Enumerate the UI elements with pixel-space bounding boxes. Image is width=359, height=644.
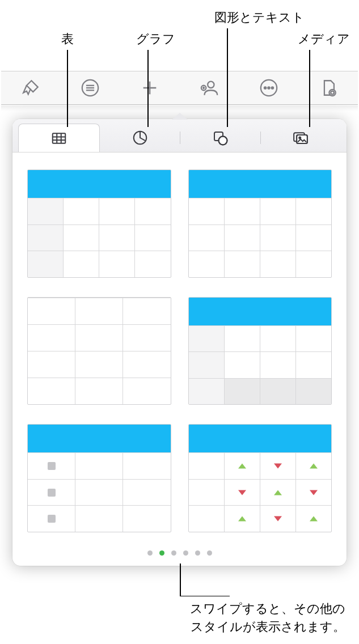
callout-table: 表 <box>61 31 74 48</box>
svg-rect-16 <box>53 133 66 143</box>
callout-media: メディア <box>298 31 350 48</box>
segment-table[interactable] <box>18 124 100 152</box>
layers-icon[interactable] <box>81 78 100 98</box>
table-style-5[interactable] <box>27 424 171 532</box>
insert-segmented-control <box>12 119 347 152</box>
more-icon[interactable] <box>259 78 278 98</box>
page-dot[interactable] <box>171 550 176 556</box>
page-dots[interactable] <box>12 543 347 566</box>
table-style-3[interactable] <box>27 297 171 405</box>
page-dot[interactable] <box>195 550 200 556</box>
svg-point-12 <box>268 87 269 88</box>
callout-chart: グラフ <box>136 31 175 48</box>
segment-media[interactable] <box>260 124 341 152</box>
page-dot[interactable] <box>207 550 212 556</box>
format-brush-icon[interactable] <box>21 78 40 98</box>
segment-shape-text[interactable] <box>180 124 261 152</box>
insert-popover <box>12 119 347 566</box>
swipe-hint-line2: スタイルが表示されます。 <box>190 618 345 636</box>
toolbar-shadow <box>1 105 358 111</box>
collaborate-icon[interactable] <box>200 78 219 98</box>
plus-icon[interactable] <box>140 78 159 98</box>
page-dot-active[interactable] <box>159 550 164 556</box>
svg-point-13 <box>271 87 273 88</box>
callout-line-bottom-h <box>180 596 230 597</box>
page-dot[interactable] <box>147 550 153 556</box>
segment-chart[interactable] <box>100 124 180 152</box>
swipe-hint: スワイプすると、その他の スタイルが表示されます。 <box>190 600 345 636</box>
popover-caret <box>172 113 188 120</box>
callout-line-bottom <box>180 564 181 596</box>
svg-point-6 <box>208 82 214 88</box>
callout-shape-text: 図形とテキスト <box>214 9 305 26</box>
page-dot[interactable] <box>183 550 188 556</box>
table-style-1[interactable] <box>27 170 171 278</box>
document-icon[interactable] <box>319 78 338 98</box>
table-styles-grid[interactable] <box>12 152 347 543</box>
table-style-2[interactable] <box>188 170 332 278</box>
svg-point-28 <box>299 137 301 139</box>
table-style-6[interactable] <box>188 424 332 532</box>
table-style-4[interactable] <box>188 297 332 405</box>
main-toolbar <box>1 71 358 105</box>
swipe-hint-line1: スワイプすると、その他の <box>190 600 345 618</box>
svg-point-11 <box>264 87 266 88</box>
